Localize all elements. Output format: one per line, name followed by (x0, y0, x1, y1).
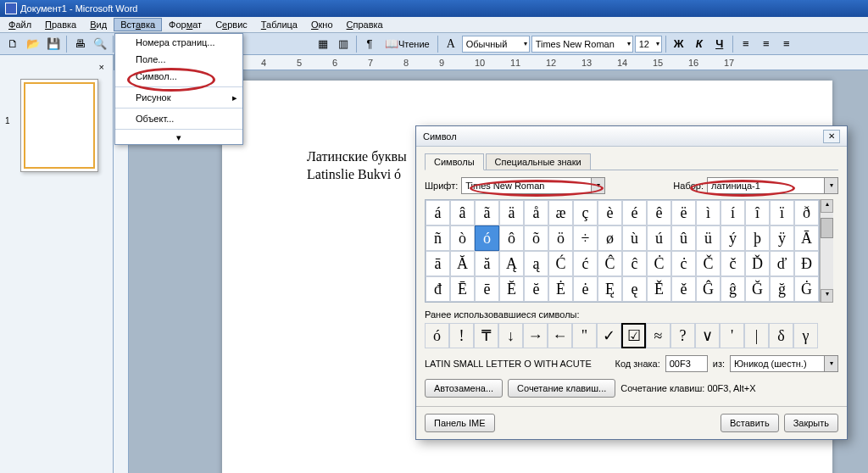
recent-char-cell[interactable]: δ (769, 323, 793, 348)
char-cell[interactable]: ē (475, 276, 499, 302)
char-cell[interactable]: ć (573, 251, 598, 276)
menuitem-symbol[interactable]: Символ... (115, 68, 242, 85)
recent-char-cell[interactable]: ∨ (695, 323, 720, 348)
char-cell[interactable]: î (745, 200, 770, 225)
char-cell[interactable]: Ą (499, 251, 524, 276)
preview-button[interactable]: 🔍 (91, 35, 109, 53)
char-cell[interactable]: ÿ (770, 225, 794, 251)
char-cell[interactable]: ð (794, 200, 819, 225)
scroll-down-icon[interactable]: ▾ (821, 289, 833, 303)
char-cell[interactable]: ĝ (721, 276, 745, 302)
recent-char-cell[interactable]: ? (670, 323, 695, 348)
char-cell[interactable]: ö (548, 225, 573, 251)
menuitem-page-numbers[interactable]: Номера страниц... (115, 34, 242, 51)
char-cell[interactable]: ù (622, 225, 647, 251)
close-button[interactable]: Закрыть (784, 414, 838, 432)
menu-tools[interactable]: Сервис (209, 18, 254, 31)
recent-char-cell[interactable]: | (744, 323, 769, 348)
char-cell[interactable]: Ď (745, 251, 770, 276)
char-cell[interactable]: ï (770, 200, 794, 225)
char-cell[interactable]: ā (426, 251, 450, 276)
char-cell[interactable]: Ĉ (598, 251, 622, 276)
tab-special[interactable]: Специальные знаки (486, 153, 591, 170)
char-cell[interactable]: Ĕ (499, 276, 524, 302)
ime-panel-button[interactable]: Панель IME (425, 414, 495, 432)
print-button[interactable]: 🖶 (70, 35, 89, 53)
recent-char-cell[interactable]: ≈ (646, 323, 670, 348)
recent-char-cell[interactable]: ₸ (474, 323, 498, 348)
close-icon[interactable]: ✕ (823, 130, 840, 143)
bold-button[interactable]: Ж (670, 35, 688, 53)
char-cell[interactable]: è (598, 200, 622, 225)
char-cell[interactable]: ô (499, 225, 524, 251)
menuitem-field[interactable]: Поле... (115, 51, 242, 68)
char-cell[interactable]: æ (548, 200, 573, 225)
char-cell[interactable]: ü (696, 225, 721, 251)
recent-char-cell[interactable]: ! (449, 323, 474, 348)
char-cell[interactable]: ñ (426, 225, 450, 251)
char-cell[interactable]: Č (696, 251, 721, 276)
fontsize-combo[interactable]: 12 (635, 36, 662, 53)
char-cell[interactable]: Ė (548, 276, 573, 302)
char-cell[interactable]: Ē (450, 276, 475, 302)
subset-dropdown[interactable]: латиница-1▾ (707, 177, 838, 194)
insert-button[interactable]: Вставить (721, 414, 779, 432)
char-cell[interactable]: ÷ (573, 225, 598, 251)
font-dropdown[interactable]: Times New Roman▾ (461, 177, 605, 194)
recent-char-cell[interactable]: ← (548, 323, 572, 348)
char-cell[interactable]: Ċ (647, 251, 671, 276)
menu-expand-icon[interactable]: ▾ (115, 131, 242, 144)
menu-table[interactable]: Таблица (254, 18, 304, 31)
char-cell[interactable]: ď (770, 251, 794, 276)
char-cell[interactable]: ì (696, 200, 721, 225)
menu-insert[interactable]: Вставка (114, 18, 162, 31)
char-cell[interactable]: þ (745, 225, 770, 251)
scroll-up-icon[interactable]: ▴ (821, 199, 833, 213)
encoding-dropdown[interactable]: Юникод (шестн.)▾ (730, 355, 838, 372)
char-cell[interactable]: ý (721, 225, 745, 251)
char-cell[interactable]: â (450, 200, 475, 225)
char-cell[interactable]: Ĝ (696, 276, 721, 302)
open-button[interactable]: 📂 (24, 35, 42, 53)
recent-char-cell[interactable]: γ (793, 323, 818, 348)
char-cell[interactable]: ç (573, 200, 598, 225)
grid-scrollbar[interactable]: ▴ ▾ (820, 199, 833, 303)
menu-edit[interactable]: Правка (38, 18, 83, 31)
reading-button[interactable]: 📖 Чтение (381, 35, 434, 53)
char-cell[interactable]: ċ (671, 251, 696, 276)
char-cell[interactable]: õ (524, 225, 548, 251)
scroll-thumb[interactable] (821, 218, 833, 238)
tab-symbols[interactable]: Символы (425, 153, 484, 170)
char-cell[interactable]: ė (573, 276, 598, 302)
dialog-titlebar[interactable]: Символ ✕ (416, 126, 847, 147)
recent-char-cell[interactable]: ☑ (621, 323, 646, 348)
char-cell[interactable]: û (671, 225, 696, 251)
menuitem-picture[interactable]: Рисунок (115, 89, 242, 106)
italic-button[interactable]: К (690, 35, 709, 53)
char-cell[interactable]: đ (426, 276, 450, 302)
page-thumbnail[interactable] (20, 79, 98, 172)
recent-char-cell[interactable]: ↓ (498, 323, 523, 348)
style-combo[interactable]: Обычный (462, 36, 530, 53)
charcode-input[interactable]: 00F3 (665, 355, 708, 372)
save-button[interactable]: 💾 (44, 35, 63, 53)
char-cell[interactable]: í (721, 200, 745, 225)
char-cell[interactable]: ä (499, 200, 524, 225)
underline-button[interactable]: Ч (710, 35, 729, 53)
char-cell[interactable]: ę (622, 276, 647, 302)
recent-char-cell[interactable]: ✓ (597, 323, 621, 348)
char-cell[interactable]: Ă (450, 251, 475, 276)
char-cell[interactable]: Ę (598, 276, 622, 302)
menu-window[interactable]: Окно (304, 18, 340, 31)
char-cell[interactable]: Ć (548, 251, 573, 276)
font-combo[interactable]: Times New Roman (531, 36, 633, 53)
columns-icon[interactable]: ▥ (334, 35, 353, 53)
char-cell[interactable]: č (721, 251, 745, 276)
align-left-button[interactable]: ≡ (737, 35, 755, 53)
char-cell[interactable]: ø (598, 225, 622, 251)
recent-char-cell[interactable]: " (572, 323, 597, 348)
panel-close-icon[interactable]: × (5, 60, 108, 74)
char-cell[interactable]: Ġ (794, 276, 819, 302)
char-cell[interactable]: ã (475, 200, 499, 225)
char-cell[interactable]: ğ (770, 276, 794, 302)
